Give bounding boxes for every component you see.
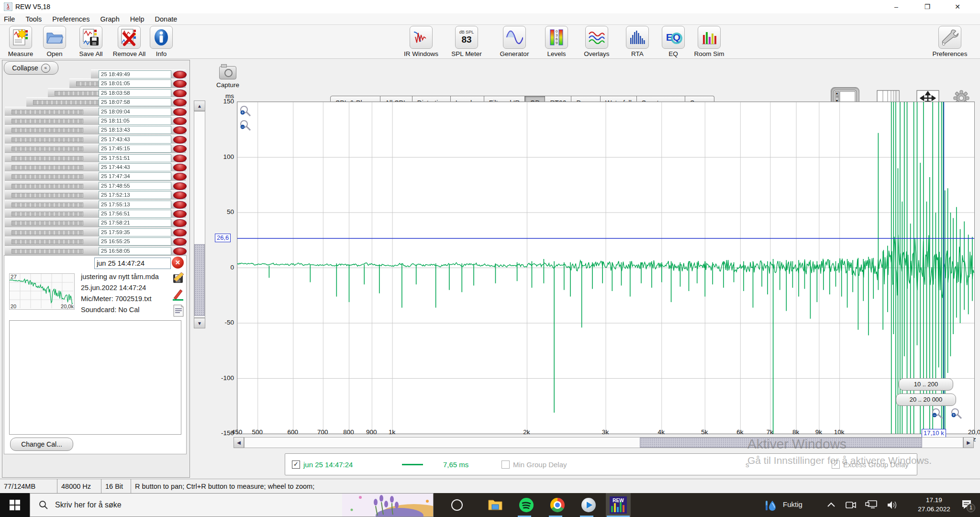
menu-help[interactable]: Help (130, 15, 145, 23)
delete-row-button[interactable] (173, 155, 187, 162)
plot-scroll-right-arrow[interactable]: ▶ (963, 437, 974, 448)
zoom-out-y-icon[interactable]: – (239, 120, 252, 132)
zoom-in-y-icon[interactable]: + (239, 105, 252, 118)
delete-row-button[interactable] (173, 219, 187, 227)
delete-row-button[interactable] (173, 173, 187, 180)
show-hidden-icons-chevron[interactable] (827, 502, 835, 507)
delete-row-button[interactable] (173, 136, 187, 144)
menu-file[interactable]: File (4, 15, 15, 23)
capture-button[interactable]: Capture (211, 66, 245, 93)
menu-graph[interactable]: Graph (100, 15, 119, 23)
eq-button[interactable]: EQEQ (653, 26, 694, 57)
measurement-time-field[interactable]: 25 18:13:43 (99, 126, 171, 134)
cortana-ring-icon[interactable] (447, 495, 467, 515)
sidebar-scroll-down-arrow[interactable]: ▼ (194, 318, 205, 328)
measurement-name-field[interactable] (94, 258, 171, 269)
measurement-time-field[interactable]: 25 17:47:34 (99, 172, 171, 180)
collapse-button[interactable]: Collapse « (4, 61, 58, 75)
measurement-time-field[interactable]: 25 17:55:13 (99, 201, 171, 209)
measurement-notes-area[interactable] (9, 320, 181, 435)
delete-row-button[interactable] (173, 71, 187, 79)
delete-row-button[interactable] (173, 182, 187, 190)
zoom-in-x-icon[interactable]: + (950, 408, 963, 420)
info-button[interactable]: Info (141, 26, 182, 57)
measurement-time-field[interactable]: 25 18:07:58 (99, 98, 171, 106)
preferences-button[interactable]: Preferences (929, 26, 970, 57)
measurement-time-field[interactable]: 25 18:01:05 (99, 79, 171, 88)
delete-row-button[interactable] (173, 90, 187, 97)
network-icon[interactable] (865, 500, 878, 510)
group-delay-plot[interactable] (237, 101, 975, 434)
search-highlight-image[interactable] (342, 494, 433, 517)
minimize-button[interactable]: – (885, 0, 907, 13)
overlays-button[interactable]: Overlays (576, 26, 617, 57)
measurement-time-field[interactable]: 25 18:09:04 (99, 108, 171, 116)
measurement-time-field[interactable]: 25 17:44:43 (99, 163, 171, 171)
range-10-200-button[interactable]: 10 .. 200 (899, 378, 953, 391)
measurement-time-field[interactable]: 25 17:51:51 (99, 154, 171, 162)
menu-donate[interactable]: Donate (155, 15, 178, 23)
measurement-time-field[interactable]: 25 18:49:49 (99, 70, 171, 79)
generator-button[interactable]: Generator (494, 26, 535, 57)
delete-row-button[interactable] (173, 164, 187, 171)
measurement-time-field[interactable]: 25 17:52:13 (99, 191, 171, 199)
delete-row-button[interactable] (173, 229, 187, 236)
ir-windows-button[interactable]: IR Windows (401, 26, 442, 57)
measurement-time-field[interactable]: 25 17:58:21 (99, 219, 171, 227)
media-player-icon[interactable] (579, 495, 598, 515)
taskbar-search-input[interactable]: Skriv her for å søke (30, 493, 434, 517)
weather-label[interactable]: Fuktig (783, 500, 802, 508)
sidebar-scrollbar-thumb[interactable] (194, 244, 205, 316)
taskbar-clock[interactable]: 17.19 27.06.2022 (910, 495, 958, 514)
meet-now-camera-icon[interactable] (845, 500, 857, 510)
delete-row-button[interactable] (173, 80, 187, 88)
range-20-20000-button[interactable]: 20 .. 20 000 (896, 393, 956, 406)
delete-row-button[interactable] (173, 210, 187, 218)
measurement-time-field[interactable]: 25 16:58:05 (99, 247, 171, 255)
levels-button[interactable]: 0369Levels (536, 26, 577, 57)
room-sim-button[interactable]: Room Sim (689, 26, 730, 57)
open-button[interactable]: Open (34, 26, 75, 57)
measurement-time-field[interactable]: 25 18:03:58 (99, 89, 171, 97)
file-explorer-icon[interactable] (486, 495, 505, 515)
delete-row-button[interactable] (173, 99, 187, 106)
notes-icon[interactable] (172, 304, 185, 317)
sidebar-scroll-up-arrow[interactable]: ▲ (194, 101, 205, 111)
measurement-time-field[interactable]: 25 17:43:43 (99, 135, 171, 144)
measurement-time-field[interactable]: 25 17:48:55 (99, 182, 171, 190)
delete-row-button[interactable] (173, 201, 187, 209)
plot-scroll-left-arrow[interactable]: ◀ (234, 437, 244, 448)
measurement-time-field[interactable]: 25 18:11:05 (99, 117, 171, 125)
delete-measurement-button[interactable]: ✕ (172, 257, 184, 269)
measurement-time-field[interactable]: 25 17:56:51 (99, 210, 171, 218)
min-group-delay-checkbox[interactable] (501, 461, 510, 469)
rta-button[interactable]: RTA (617, 26, 658, 57)
delete-row-button[interactable] (173, 117, 187, 125)
rew-taskbar-active-slot[interactable]: REW (606, 493, 631, 517)
spotify-icon[interactable] (517, 495, 536, 515)
spl-meter-button[interactable]: dB SPL83SPL Meter (446, 26, 487, 57)
zoom-out-x-icon[interactable]: – (931, 408, 944, 420)
delete-row-button[interactable] (173, 191, 187, 199)
chrome-icon[interactable] (548, 495, 567, 515)
menu-tools[interactable]: Tools (25, 15, 42, 23)
close-button[interactable]: ✕ (947, 0, 969, 13)
measurement-time-field[interactable]: 25 17:45:15 (99, 145, 171, 153)
measurement-time-field[interactable]: 25 17:59:35 (99, 228, 171, 236)
restore-button[interactable]: ❐ (916, 0, 938, 13)
start-button[interactable] (0, 493, 30, 517)
delete-row-button[interactable] (173, 126, 187, 134)
save-measurement-icon[interactable] (172, 271, 185, 285)
menu-preferences[interactable]: Preferences (52, 15, 89, 23)
delete-row-button[interactable] (173, 145, 187, 153)
delete-row-button[interactable] (173, 108, 187, 116)
trace-color-brush-icon[interactable] (172, 288, 185, 301)
volume-icon[interactable] (886, 500, 899, 510)
trace-visible-checkbox[interactable]: ✓ (292, 461, 300, 469)
weather-icon[interactable] (765, 499, 777, 512)
notification-center-icon[interactable]: 1 (961, 499, 973, 510)
change-cal-button[interactable]: Change Cal... (10, 438, 73, 451)
delete-row-button[interactable] (173, 238, 187, 246)
delete-row-button[interactable] (173, 247, 187, 255)
save-all-button[interactable]: Save All (70, 26, 111, 57)
